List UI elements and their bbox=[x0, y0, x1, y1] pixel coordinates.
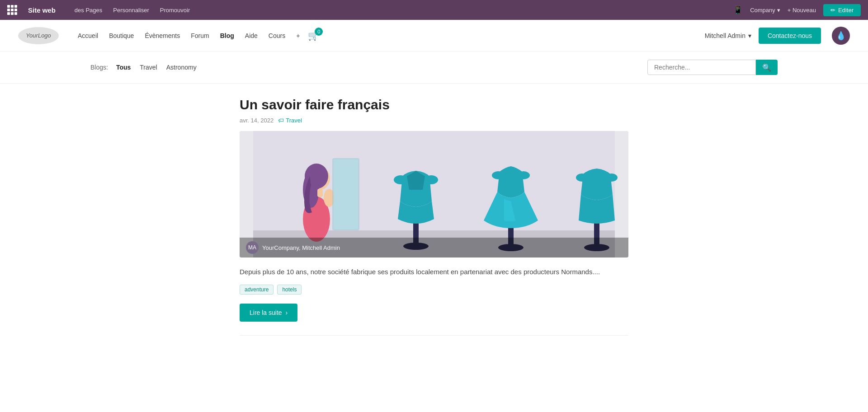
svg-point-16 bbox=[492, 171, 505, 179]
blog-filter-left: Blogs: Tous Travel Astronomy bbox=[90, 63, 199, 72]
svg-point-13 bbox=[425, 175, 438, 184]
admin-bar-right: 📱 Company ▾ + Nouveau ✏ Editer bbox=[733, 4, 861, 16]
cart-badge: 0 bbox=[315, 28, 323, 36]
mobile-icon[interactable]: 📱 bbox=[733, 5, 743, 15]
author-avatar: MA bbox=[246, 241, 259, 254]
filter-astronomy[interactable]: Astronomy bbox=[164, 63, 199, 72]
admin-nav-promouvoir[interactable]: Promouvoir bbox=[156, 5, 194, 15]
nav-accueil[interactable]: Accueil bbox=[73, 29, 103, 42]
chevron-right-icon: › bbox=[286, 309, 288, 316]
logo-area[interactable]: YourLogo bbox=[18, 27, 59, 44]
post-category[interactable]: 🏷 Travel bbox=[278, 117, 302, 124]
grid-icon bbox=[7, 5, 17, 15]
nav-forum[interactable]: Forum bbox=[186, 29, 213, 42]
grid-menu-button[interactable] bbox=[7, 5, 17, 15]
blogs-label: Blogs: bbox=[90, 64, 108, 71]
svg-rect-7 bbox=[317, 189, 323, 197]
svg-rect-9 bbox=[334, 159, 358, 229]
tag-area: adventure hotels bbox=[240, 285, 628, 295]
post-image: MA YourCompany, Mitchell Admin bbox=[240, 131, 628, 258]
search-button[interactable]: 🔍 bbox=[756, 60, 778, 75]
filter-travel[interactable]: Travel bbox=[137, 63, 160, 72]
blog-filter-bar: Blogs: Tous Travel Astronomy 🔍 bbox=[0, 52, 868, 84]
main-content: Un savoir faire français avr. 14, 2022 🏷… bbox=[231, 84, 637, 349]
company-dropdown[interactable]: Company ▾ bbox=[750, 7, 780, 14]
site-nav: YourLogo Accueil Boutique Évènements For… bbox=[0, 20, 868, 52]
search-icon: 🔍 bbox=[762, 64, 771, 71]
post-date: avr. 14, 2022 bbox=[240, 117, 274, 124]
contactez-button[interactable]: Contactez-nous bbox=[759, 28, 821, 44]
tag-icon: 🏷 bbox=[278, 117, 284, 124]
nav-cours[interactable]: Cours bbox=[264, 29, 290, 42]
nav-right: Mitchell Admin ▾ Contactez-nous 💧 bbox=[705, 27, 850, 45]
post-divider bbox=[240, 335, 628, 336]
cart-button[interactable]: 🛒 0 bbox=[308, 30, 319, 41]
read-more-button[interactable]: Lire la suite › bbox=[240, 304, 297, 322]
post-author: YourCompany, Mitchell Admin bbox=[262, 244, 340, 251]
post-meta: avr. 14, 2022 🏷 Travel bbox=[240, 117, 628, 124]
user-name: Mitchell Admin bbox=[705, 32, 745, 39]
svg-point-21 bbox=[606, 173, 618, 182]
new-button[interactable]: + Nouveau bbox=[788, 7, 816, 14]
nav-boutique[interactable]: Boutique bbox=[104, 29, 138, 42]
search-input[interactable] bbox=[647, 60, 756, 75]
chevron-down-icon: ▾ bbox=[748, 32, 751, 39]
pencil-icon: ✏ bbox=[830, 7, 835, 14]
admin-bar-nav: des Pages Personnaliser Promouvoir bbox=[70, 5, 194, 15]
drop-shape-icon: 💧 bbox=[832, 27, 850, 45]
admin-bar-title: Site web bbox=[28, 6, 56, 14]
svg-point-17 bbox=[517, 171, 530, 179]
logo: YourLogo bbox=[18, 27, 59, 44]
svg-point-12 bbox=[394, 175, 407, 184]
edit-button[interactable]: ✏ Editer bbox=[823, 4, 861, 16]
nav-blog[interactable]: Blog bbox=[216, 29, 239, 42]
search-area: 🔍 bbox=[647, 60, 778, 75]
post-author-overlay: MA YourCompany, Mitchell Admin bbox=[240, 238, 628, 258]
user-dropdown[interactable]: Mitchell Admin ▾ bbox=[705, 32, 751, 39]
filter-tous[interactable]: Tous bbox=[113, 63, 133, 72]
admin-bar: Site web des Pages Personnaliser Promouv… bbox=[0, 0, 868, 20]
nav-plus[interactable]: + bbox=[292, 29, 304, 42]
nav-aide[interactable]: Aide bbox=[241, 29, 262, 42]
admin-nav-personnaliser[interactable]: Personnaliser bbox=[108, 5, 154, 15]
post-excerpt: Depuis plus de 10 ans, notre société fab… bbox=[240, 267, 628, 277]
blog-filter-links: Tous Travel Astronomy bbox=[113, 63, 199, 72]
svg-point-20 bbox=[576, 173, 588, 182]
post-title: Un savoir faire français bbox=[240, 97, 628, 112]
admin-nav-pages[interactable]: des Pages bbox=[70, 5, 107, 15]
nav-evenements[interactable]: Évènements bbox=[140, 29, 184, 42]
site-nav-links: Accueil Boutique Évènements Forum Blog A… bbox=[73, 29, 705, 42]
chevron-down-icon: ▾ bbox=[777, 7, 780, 14]
tag-hotels[interactable]: hotels bbox=[277, 285, 302, 295]
tag-adventure[interactable]: adventure bbox=[240, 285, 274, 295]
